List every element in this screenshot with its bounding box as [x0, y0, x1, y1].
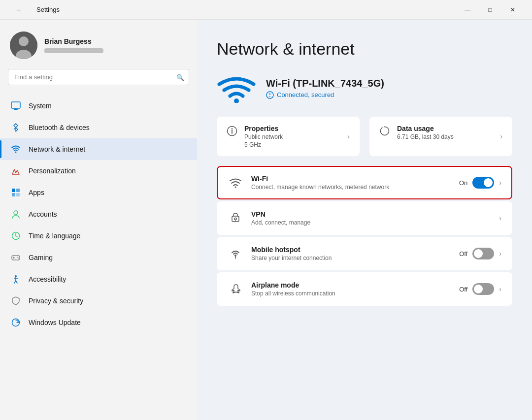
page-title: Network & internet	[217, 39, 512, 59]
svg-point-30	[269, 96, 270, 97]
hotspot-toggle-label: Off	[459, 250, 467, 258]
titlebar-title: Settings	[36, 6, 60, 13]
sidebar-item-system[interactable]: System	[0, 95, 197, 117]
hotspot-settings-item[interactable]: Mobile hotspot Share your internet conne…	[217, 237, 512, 270]
avatar	[10, 32, 37, 59]
system-icon	[10, 100, 22, 112]
sidebar-item-label-accounts: Accounts	[29, 210, 57, 218]
back-button[interactable]: ←	[8, 2, 31, 18]
main-content: Network & internet Wi-Fi (TP-LINK_7434_5…	[197, 20, 532, 420]
wifi-settings-item[interactable]: Wi-Fi Connect, manage known networks, me…	[217, 166, 512, 199]
wifi-name: Wi-Fi (TP-LINK_7434_5G)	[266, 78, 384, 89]
svg-point-7	[15, 152, 17, 153]
sidebar-item-gaming[interactable]: Gaming	[0, 247, 197, 268]
svg-line-24	[14, 281, 16, 283]
vpn-item-label: VPN	[251, 210, 491, 218]
airplane-chevron: ›	[499, 285, 501, 293]
sidebar-item-accounts[interactable]: Accounts	[0, 203, 197, 225]
maximize-button[interactable]: □	[479, 2, 501, 18]
properties-card[interactable]: Properties Public network 5 GHz ›	[217, 117, 360, 156]
privacy-icon	[10, 295, 22, 307]
info-icon	[227, 126, 237, 139]
hotspot-item-text: Mobile hotspot Share your internet conne…	[251, 246, 451, 261]
gaming-icon	[10, 252, 22, 263]
airplane-item-right: Off ›	[459, 283, 501, 295]
svg-rect-9	[16, 189, 20, 192]
hotspot-toggle[interactable]	[472, 248, 494, 259]
data-usage-chevron: ›	[500, 132, 502, 140]
airplane-toggle[interactable]	[472, 283, 494, 295]
data-usage-icon	[379, 126, 390, 139]
wifi-item-desc: Connect, manage known networks, metered …	[251, 184, 451, 191]
sidebar-item-privacy[interactable]: Privacy & security	[0, 290, 197, 312]
svg-point-20	[18, 258, 19, 258]
hotspot-icon	[228, 246, 243, 261]
wifi-item-label: Wi-Fi	[251, 175, 451, 183]
sidebar-item-windows-update[interactable]: Windows Update	[0, 312, 197, 333]
data-usage-card[interactable]: Data usage 6.71 GB, last 30 days ›	[369, 117, 512, 156]
svg-point-33	[232, 128, 233, 129]
vpn-item-text: VPN Add, connect, manage	[251, 210, 491, 226]
sidebar-item-label-apps: Apps	[29, 189, 44, 196]
wifi-toggle-label: On	[459, 179, 467, 187]
titlebar-controls: — □ ✕	[456, 2, 524, 18]
svg-line-15	[16, 236, 17, 237]
svg-rect-10	[12, 193, 15, 196]
hotspot-item-label: Mobile hotspot	[251, 246, 451, 254]
sidebar-item-label-privacy: Privacy & security	[29, 297, 83, 305]
personalization-icon	[10, 165, 22, 177]
properties-sub2: 5 GHz	[244, 141, 283, 148]
wifi-toggle[interactable]	[472, 177, 494, 189]
search-input[interactable]	[8, 69, 189, 85]
wifi-status-text: Connected, secured	[277, 91, 334, 98]
data-usage-label: Data usage	[397, 125, 454, 132]
hotspot-item-right: Off ›	[459, 248, 501, 259]
properties-label: Properties	[244, 125, 283, 132]
hotspot-chevron: ›	[499, 250, 501, 258]
sidebar-item-network[interactable]: Network & internet	[0, 138, 197, 160]
sidebar-item-label-windows-update: Windows Update	[29, 319, 81, 326]
properties-chevron: ›	[347, 132, 350, 140]
sidebar-item-label-personalization: Personalization	[29, 167, 76, 175]
data-usage-sub: 6.71 GB, last 30 days	[397, 133, 454, 140]
wifi-item-right: On ›	[459, 177, 501, 189]
properties-sub1: Public network	[244, 133, 283, 140]
airplane-item-text: Airplane mode Stop all wireless communic…	[251, 281, 451, 297]
wifi-hero-icon	[217, 73, 256, 103]
sidebar-item-label-time: Time & language	[29, 232, 80, 240]
minimize-button[interactable]: —	[456, 2, 479, 18]
sidebar-item-label-bluetooth: Bluetooth & devices	[29, 124, 90, 131]
close-button[interactable]: ✕	[501, 2, 524, 18]
settings-list: Wi-Fi Connect, manage known networks, me…	[217, 166, 512, 306]
svg-rect-4	[14, 109, 18, 110]
profile-email-blur	[44, 48, 103, 53]
app-body: Brian Burgess 🔍 System Bluetooth & devic…	[0, 20, 532, 420]
vpn-item-right: ›	[499, 214, 501, 222]
accounts-icon	[10, 208, 22, 220]
wifi-chevron: ›	[499, 179, 501, 187]
sidebar-item-apps[interactable]: Apps	[0, 182, 197, 203]
svg-point-1	[19, 36, 29, 46]
sidebar-item-time[interactable]: Time & language	[0, 225, 197, 247]
vpn-settings-item[interactable]: VPN Add, connect, manage ›	[217, 201, 512, 235]
sidebar-item-label-accessibility: Accessibility	[29, 275, 66, 283]
sidebar-item-bluetooth[interactable]: Bluetooth & devices	[0, 117, 197, 138]
sidebar-item-label-network: Network & internet	[29, 145, 85, 153]
wifi-hero-info: Wi-Fi (TP-LINK_7434_5G) Connected, secur…	[266, 78, 384, 99]
profile-name: Brian Burgess	[44, 37, 103, 45]
bluetooth-icon	[10, 122, 22, 133]
sidebar: Brian Burgess 🔍 System Bluetooth & devic…	[0, 20, 197, 420]
search-box: 🔍	[8, 69, 189, 85]
svg-point-12	[14, 211, 18, 215]
svg-line-25	[16, 281, 17, 283]
airplane-item-desc: Stop all wireless communication	[251, 290, 451, 297]
wifi-item-text: Wi-Fi Connect, manage known networks, me…	[251, 175, 451, 191]
hotspot-item-desc: Share your internet connection	[251, 255, 451, 261]
svg-point-34	[235, 187, 236, 188]
sidebar-item-personalization[interactable]: Personalization	[0, 160, 197, 182]
sidebar-profile: Brian Burgess	[0, 20, 197, 69]
sidebar-item-accessibility[interactable]: Accessibility	[0, 268, 197, 290]
update-icon	[10, 317, 22, 328]
airplane-settings-item[interactable]: Airplane mode Stop all wireless communic…	[217, 272, 512, 306]
wifi-icon	[228, 175, 243, 191]
